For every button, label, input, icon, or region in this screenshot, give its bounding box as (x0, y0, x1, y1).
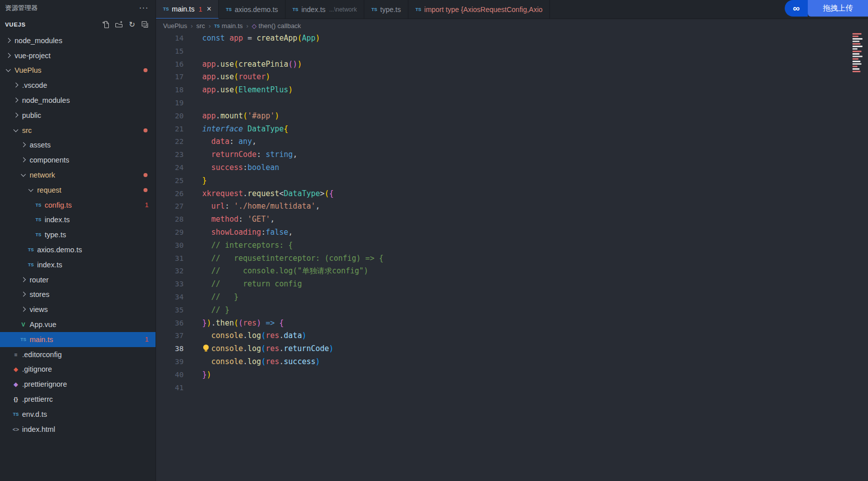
line-number[interactable]: 17 (156, 71, 184, 84)
tree-item-.editorconfig[interactable]: ≡.editorconfig (0, 347, 156, 362)
line-number[interactable]: 36 (156, 317, 184, 330)
tree-item-public[interactable]: public (0, 108, 156, 123)
line-number[interactable]: 20 (156, 110, 184, 123)
more-actions-icon[interactable]: ··· (139, 4, 149, 13)
line-number[interactable]: 22 (156, 135, 184, 148)
new-file-icon[interactable] (101, 20, 110, 29)
tree-item-index.ts[interactable]: TSindex.ts (0, 257, 156, 272)
line-number[interactable]: 39 (156, 356, 184, 369)
tree-item-.vscode[interactable]: .vscode (0, 78, 156, 93)
code-line-22[interactable]: 22 data: any, (156, 135, 868, 148)
tree-item-assets[interactable]: assets (0, 138, 156, 153)
line-number[interactable]: 37 (156, 330, 184, 343)
code-line-25[interactable]: 25} (156, 175, 868, 188)
code-line-35[interactable]: 35 // } (156, 304, 868, 317)
breadcrumb-item-4[interactable]: ›◇then() callback (243, 22, 301, 30)
line-number[interactable]: 25 (156, 175, 184, 188)
line-number[interactable]: 34 (156, 291, 184, 304)
tree-item-router[interactable]: router (0, 272, 156, 287)
code-line-30[interactable]: 30 // interceptors: { (156, 239, 868, 252)
tree-item-type.ts[interactable]: TStype.ts (0, 227, 156, 242)
code-line-16[interactable]: 16app.use(createPinia()) (156, 58, 868, 71)
tree-item-env.d.ts[interactable]: TSenv.d.ts (0, 407, 156, 422)
close-icon[interactable]: × (207, 5, 211, 13)
line-number[interactable]: 33 (156, 278, 184, 291)
line-number[interactable]: 16 (156, 58, 184, 71)
tab-type.ts[interactable]: TStype.ts (364, 0, 408, 19)
tree-item-VuePlus[interactable]: VuePlus (0, 63, 156, 78)
tree-item-App.vue[interactable]: VApp.vue (0, 317, 156, 332)
tree-item-main.ts[interactable]: TSmain.ts1 (0, 332, 156, 347)
code-line-41[interactable]: 41 (156, 382, 868, 395)
refresh-icon[interactable]: ↻ (127, 20, 136, 29)
code-line-17[interactable]: 17app.use(router) (156, 71, 868, 84)
code-line-28[interactable]: 28 method: 'GET', (156, 213, 868, 226)
line-number[interactable]: 29 (156, 226, 184, 239)
code-line-19[interactable]: 19 (156, 97, 868, 110)
code-line-24[interactable]: 24 success:boolean (156, 162, 868, 175)
code-line-14[interactable]: 14const app = createApp(App) (156, 32, 868, 45)
new-folder-icon[interactable] (114, 20, 123, 29)
tree-item-network[interactable]: network (0, 168, 156, 183)
tree-item-index.html[interactable]: <>index.html (0, 422, 156, 437)
code-line-27[interactable]: 27 url: './home/multidata', (156, 200, 868, 213)
line-number[interactable]: 18 (156, 84, 184, 97)
tree-item-vue-project[interactable]: vue-project (0, 48, 156, 63)
code-line-32[interactable]: 32 // console.log("单独请求config") (156, 265, 868, 278)
line-number[interactable]: 23 (156, 148, 184, 162)
code-line-39[interactable]: 39 console.log(res.success) (156, 356, 868, 369)
line-number[interactable]: 38 (156, 343, 184, 356)
tree-item-.prettierrc[interactable]: {}.prettierrc (0, 392, 156, 407)
drag-upload-button[interactable]: ∞ 拖拽上传 (785, 0, 868, 17)
line-number[interactable]: 24 (156, 162, 184, 175)
line-number[interactable]: 35 (156, 304, 184, 317)
tab-import-type-AxiosRequestConfig[interactable]: TSimport type {AxiosRequestConfig,Axio (408, 0, 550, 19)
tree-item-axios.demo.ts[interactable]: TSaxios.demo.ts (0, 242, 156, 257)
tree-item-src[interactable]: src (0, 123, 156, 138)
code-line-29[interactable]: 29 showLoading:false, (156, 226, 868, 239)
line-number[interactable]: 32 (156, 265, 184, 278)
code-line-36[interactable]: 36}).then((res) => { (156, 317, 868, 330)
line-number[interactable]: 15 (156, 45, 184, 58)
tree-item-components[interactable]: components (0, 152, 156, 168)
line-number[interactable]: 28 (156, 213, 184, 226)
line-number[interactable]: 19 (156, 97, 184, 110)
line-number[interactable]: 41 (156, 382, 184, 395)
tree-item-node_modules[interactable]: node_modules (0, 33, 156, 48)
tree-item-request[interactable]: request (0, 183, 156, 198)
line-number[interactable]: 30 (156, 239, 184, 252)
tree-item-.prettierignore[interactable]: ◆.prettierignore (0, 377, 156, 392)
breadcrumb-item-3[interactable]: ›TSmain.ts (205, 22, 243, 30)
tree-item-config.ts[interactable]: TSconfig.ts1 (0, 198, 156, 213)
code-line-38[interactable]: 38console.log(res.returnCode) (156, 343, 868, 356)
breadcrumb-item-1[interactable]: VuePlus (163, 22, 187, 30)
code-line-31[interactable]: 31 // requsetinterceptor: (config) => { (156, 252, 868, 265)
code-line-21[interactable]: 21interface DataType{ (156, 123, 868, 136)
tree-item-index.ts[interactable]: TSindex.ts (0, 213, 156, 228)
code-line-33[interactable]: 33 // return config (156, 278, 868, 291)
tree-item-node_modules[interactable]: node_modules (0, 93, 156, 108)
tab-axios.demo.ts[interactable]: TSaxios.demo.ts (219, 0, 285, 19)
tab-main.ts[interactable]: TSmain.ts1× (156, 0, 219, 19)
tab-index.ts[interactable]: TSindex.ts...\network (285, 0, 364, 19)
code-line-15[interactable]: 15 (156, 45, 868, 58)
line-number[interactable]: 40 (156, 369, 184, 382)
tree-item-.gitignore[interactable]: ◆.gitignore (0, 362, 156, 377)
collapse-all-icon[interactable] (140, 20, 150, 29)
lightbulb-icon[interactable] (202, 345, 211, 352)
code-line-34[interactable]: 34 // } (156, 291, 868, 304)
code-line-23[interactable]: 23 returnCode: string, (156, 148, 868, 162)
code-line-18[interactable]: 18app.use(ElementPlus) (156, 84, 868, 97)
tree-item-stores[interactable]: stores (0, 287, 156, 302)
tree-item-views[interactable]: views (0, 302, 156, 317)
breadcrumb-item-2[interactable]: ›src (187, 22, 205, 30)
code-editor[interactable]: 14const app = createApp(App)1516app.use(… (156, 32, 868, 481)
minimap[interactable] (852, 33, 865, 72)
code-line-40[interactable]: 40}) (156, 369, 868, 382)
line-number[interactable]: 14 (156, 32, 184, 45)
line-number[interactable]: 31 (156, 252, 184, 265)
line-number[interactable]: 27 (156, 200, 184, 213)
code-line-26[interactable]: 26xkrequest.request<DataType>({ (156, 188, 868, 201)
code-line-20[interactable]: 20app.mount('#app') (156, 110, 868, 123)
code-line-37[interactable]: 37 console.log(res.data) (156, 330, 868, 343)
